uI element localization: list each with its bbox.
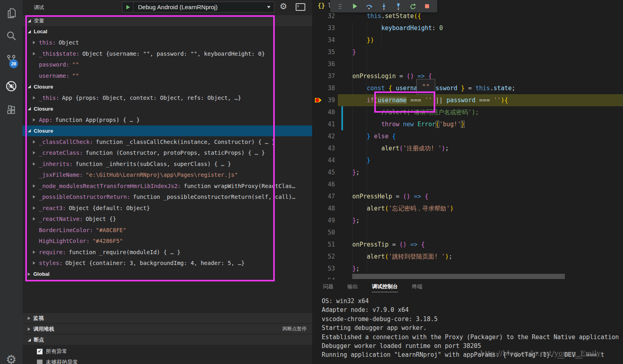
line-number[interactable]: 53 <box>312 263 335 275</box>
code-line[interactable]: 40 //alert('请填写用户名或密码'); <box>312 106 623 118</box>
code-line[interactable]: 49 }; <box>312 214 623 226</box>
code-text[interactable]: onPressLogin = () => { <box>338 70 623 82</box>
step-into-button[interactable] <box>379 2 388 11</box>
code-editor[interactable]: {}l 32 this.setState({33 keyboardHeight: <box>312 0 623 279</box>
line-number[interactable]: 54 <box>312 275 335 279</box>
code-line[interactable]: 39 if(username === '' || password === ''… <box>312 94 623 106</box>
code-text[interactable]: } <box>338 154 623 166</box>
variable-row[interactable]: _createClass:function (Constructor, prot… <box>22 148 312 159</box>
variable-row[interactable]: _possibleConstructorReturn:function _pos… <box>22 192 312 203</box>
code-line[interactable]: 50 <box>312 226 623 239</box>
breakpoints-section-header[interactable]: 断点 <box>22 335 312 345</box>
panel-tab[interactable]: 输出 <box>347 283 358 292</box>
variable-row[interactable]: _jsxFileName:"e:\GitHub\LearnRNproj\app\… <box>22 170 312 181</box>
code-line[interactable]: 43 alert('注册成功! '); <box>312 142 623 154</box>
code-text[interactable]: const { username,password } = this.state… <box>338 82 623 94</box>
variable-row[interactable]: BorderLineColor:"#A8C8FE" <box>22 224 312 236</box>
variable-row[interactable]: _node_modulesReactTransformHmrLibIndexJs… <box>22 180 312 192</box>
drag-grip-icon[interactable] <box>336 2 345 11</box>
stop-button[interactable] <box>423 2 432 11</box>
code-line[interactable]: 33 keyboardHeight: 0 <box>312 22 623 34</box>
variable-row[interactable]: username:"" <box>22 70 312 81</box>
line-number[interactable]: 45 <box>312 166 335 178</box>
continue-button[interactable] <box>350 2 359 11</box>
code-text[interactable]: if(username === '' || password === ''){ <box>338 94 623 106</box>
code-text[interactable] <box>338 178 623 190</box>
start-debug-icon[interactable] <box>122 2 134 12</box>
line-number[interactable]: 49 <box>312 214 335 226</box>
variable-row[interactable]: App:function App(props) { … } <box>22 114 312 125</box>
line-number[interactable]: 38 <box>312 82 335 94</box>
scope-header[interactable]: Closure <box>22 103 312 115</box>
code-text[interactable]: alert('忘记密码，寻求帮助') <box>338 202 623 214</box>
variable-row[interactable]: _inherits:function _inherits(subClass, s… <box>22 158 312 170</box>
watch-section-header[interactable]: 监视 <box>22 313 312 323</box>
step-over-button[interactable] <box>365 2 373 11</box>
variables-section-header[interactable]: 变量 <box>22 15 312 26</box>
explorer-icon[interactable] <box>0 3 22 23</box>
code-line[interactable]: 42 } else { <box>312 130 623 142</box>
debug-icon[interactable] <box>0 76 22 96</box>
line-number[interactable]: 40 <box>312 106 335 118</box>
variable-row[interactable]: styles:Object {container: 3, backgroundI… <box>22 258 312 269</box>
variable-row[interactable]: _this:App {props: Object, context: Objec… <box>22 92 312 103</box>
code-text[interactable] <box>338 226 623 239</box>
code-text[interactable]: alert('跳转到登陆页面! '); <box>338 251 623 263</box>
panel-tab[interactable]: 调试控制台 <box>372 283 398 292</box>
code-line[interactable]: 36 <box>312 58 623 70</box>
line-number[interactable]: 33 <box>312 22 335 34</box>
configure-gear-icon[interactable]: ⚙ <box>280 2 287 10</box>
breakpoint-item-uncaught-exceptions[interactable]: 未捕获的异常 <box>22 357 312 364</box>
settings-gear-icon[interactable]: ⚙ <box>0 350 22 364</box>
code-line[interactable]: 53 }; <box>312 263 623 275</box>
line-number[interactable]: 52 <box>312 251 335 263</box>
open-console-icon[interactable]: › <box>296 3 305 11</box>
variable-row[interactable]: _reactNative:Object {} <box>22 214 312 225</box>
checkbox-unchecked-icon[interactable] <box>37 360 43 364</box>
code-line[interactable]: 34 }) <box>312 34 623 46</box>
code-line[interactable]: 52 alert('跳转到登陆页面! '); <box>312 251 623 263</box>
breakpoint-item-all-exceptions[interactable]: 所有异常 <box>22 346 312 356</box>
variable-row[interactable]: require:function _require(moduleId) { … … <box>22 247 312 258</box>
code-line[interactable]: 37 onPressLogin = () => { <box>312 70 623 82</box>
code-text[interactable]: //alert('请填写用户名或密码'); <box>338 106 623 118</box>
code-text[interactable]: onPressHelp = () => { <box>338 190 623 202</box>
code-text[interactable]: alert('注册成功! '); <box>338 142 623 154</box>
panel-tab[interactable]: 问题 <box>323 283 333 292</box>
code-text[interactable]: }; <box>338 263 623 275</box>
code-line[interactable]: 48 alert('忘记密码，寻求帮助') <box>312 202 623 214</box>
variable-row[interactable]: HighLightColor:"#4286F5" <box>22 236 312 247</box>
checkbox-checked-icon[interactable] <box>37 349 43 354</box>
line-number[interactable]: 34 <box>312 34 335 46</box>
extensions-icon[interactable] <box>0 100 22 120</box>
code-text[interactable]: }; <box>338 214 623 226</box>
line-number[interactable]: 46 <box>312 178 335 190</box>
line-number[interactable]: 35 <box>312 46 335 58</box>
line-number[interactable]: 37 <box>312 70 335 82</box>
scope-header[interactable]: Global <box>22 269 312 280</box>
code-text[interactable] <box>338 58 623 70</box>
line-number[interactable]: 42 <box>312 130 335 142</box>
breakpoint-paused-icon[interactable] <box>315 97 323 104</box>
variable-row[interactable]: password:"" <box>22 59 312 71</box>
variable-row[interactable]: _classCallCheck:function _classCallCheck… <box>22 136 312 148</box>
code-text[interactable]: } <box>338 46 623 58</box>
code-text[interactable]: } else { <box>338 130 623 142</box>
code-line[interactable]: 47 onPressHelp = () => { <box>312 190 623 202</box>
call-stack-section-header[interactable]: 调用堆栈 因断点暂停 <box>22 324 312 334</box>
restart-button[interactable] <box>408 2 417 11</box>
line-number[interactable]: 50 <box>312 226 335 239</box>
code-line[interactable]: 35 } <box>312 46 623 58</box>
code-text[interactable]: onPressTip = () => { <box>338 239 623 251</box>
editor-tab[interactable]: {}l <box>318 2 331 9</box>
search-icon[interactable] <box>0 26 22 46</box>
line-number[interactable]: 47 <box>312 190 335 202</box>
code-line[interactable]: 45 }; <box>312 166 623 178</box>
launch-configuration-dropdown[interactable]: Debug Android (LearnRNproj) <box>122 2 274 12</box>
horizontal-scrollbar[interactable] <box>352 274 565 279</box>
scope-header[interactable]: Local <box>22 26 312 37</box>
code-text[interactable]: throw new Error('bug!') <box>338 118 623 130</box>
code-line[interactable]: 41 throw new Error('bug!') <box>312 118 623 130</box>
code-text[interactable]: }) <box>338 34 623 46</box>
scope-header[interactable]: Closure <box>22 125 312 137</box>
